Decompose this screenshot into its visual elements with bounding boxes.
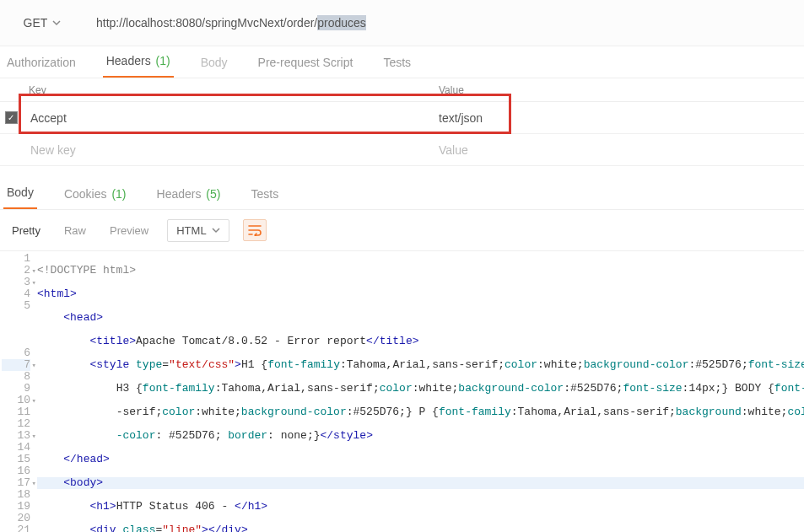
response-tabs: Body Cookies (1) Headers (5) Tests (0, 176, 804, 210)
new-key-placeholder[interactable]: New key (22, 143, 422, 157)
url-highlight: produces (317, 15, 366, 30)
fold-icon[interactable]: ▾ (32, 395, 36, 407)
wrap-icon (248, 224, 262, 236)
fold-icon[interactable]: ▾ (32, 277, 36, 289)
tab-body[interactable]: Body (197, 56, 231, 78)
view-raw[interactable]: Raw (59, 221, 91, 240)
fold-icon[interactable]: ▾ (32, 431, 36, 443)
format-label: HTML (176, 224, 206, 237)
rtab-cookies[interactable]: Cookies (1) (61, 187, 130, 209)
new-value-placeholder[interactable]: Value (422, 143, 804, 157)
tab-headers[interactable]: Headers (1) (103, 54, 174, 78)
chevron-down-icon (52, 19, 61, 27)
check-icon: ✓ (5, 111, 18, 124)
col-value: Value (422, 84, 804, 96)
request-tabs: Authorization Headers (1) Body Pre-reque… (0, 46, 804, 78)
view-preview[interactable]: Preview (105, 221, 154, 240)
rtab-body[interactable]: Body (3, 185, 37, 209)
fold-icon[interactable]: ▾ (32, 266, 36, 277)
format-selector[interactable]: HTML (167, 219, 229, 242)
headers-table-head: Key Value (0, 78, 804, 102)
rtab-tests[interactable]: Tests (247, 187, 282, 209)
tab-prerequest[interactable]: Pre-request Script (255, 56, 357, 78)
tab-authorization[interactable]: Authorization (3, 56, 79, 78)
url-text: http://localhost:8080/springMvcNext/orde… (96, 16, 317, 30)
col-key: Key (0, 84, 422, 96)
header-value-input[interactable]: text/json (422, 111, 804, 125)
response-view-bar: Pretty Raw Preview HTML (0, 210, 804, 250)
http-method-selector[interactable]: GET (0, 16, 84, 30)
method-label: GET (24, 16, 48, 30)
header-row[interactable]: ✓ Accept text/json (0, 102, 804, 134)
code-area[interactable]: <!DOCTYPE html> <html> <head> <title>Apa… (37, 251, 804, 532)
wrap-lines-button[interactable] (243, 219, 267, 241)
rtab-headers[interactable]: Headers (5) (154, 187, 224, 209)
response-body-editor[interactable]: 1 2▾ 3▾ 4 5 6 7▾ 8 9 10▾ 11 12 13▾ 14 15… (0, 250, 804, 532)
url-input[interactable]: http://localhost:8080/springMvcNext/orde… (84, 16, 804, 30)
header-row-new[interactable]: New key Value (0, 134, 804, 166)
gutter: 1 2▾ 3▾ 4 5 6 7▾ 8 9 10▾ 11 12 13▾ 14 15… (0, 251, 37, 532)
fold-icon[interactable]: ▾ (32, 360, 36, 372)
view-pretty[interactable]: Pretty (7, 221, 46, 240)
tab-tests[interactable]: Tests (380, 56, 414, 78)
fold-icon[interactable]: ▾ (32, 478, 36, 490)
chevron-down-icon (212, 226, 220, 234)
header-key-input[interactable]: Accept (22, 111, 422, 125)
row-checkbox[interactable]: ✓ (0, 111, 22, 124)
